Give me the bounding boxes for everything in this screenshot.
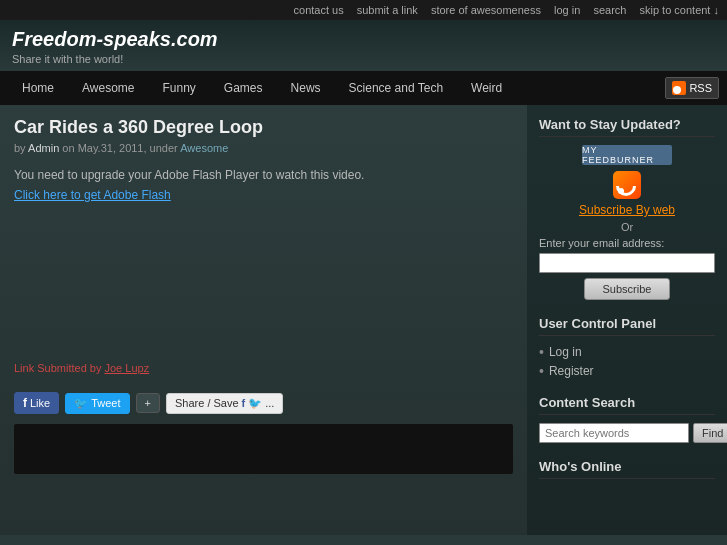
bullet-icon: • (539, 344, 544, 360)
search-link[interactable]: search (593, 4, 626, 16)
nav-news[interactable]: News (277, 71, 335, 105)
user-control-panel-section: User Control Panel • Log in • Register (539, 316, 715, 379)
like-label: Like (30, 397, 50, 409)
stay-updated-title: Want to Stay Updated? (539, 117, 715, 137)
bullet-icon-2: • (539, 363, 544, 379)
twitter-icon: 🐦 (74, 397, 88, 410)
share-bar: f Like 🐦 Tweet + Share / Save f 🐦 ... (14, 384, 513, 414)
post-category-link[interactable]: Awesome (180, 142, 228, 154)
link-submitted-label: Link Submitted by (14, 362, 101, 374)
skip-link[interactable]: skip to content ↓ (640, 4, 720, 16)
rss-label: RSS (689, 82, 712, 94)
nav-games[interactable]: Games (210, 71, 277, 105)
share-save-button[interactable]: Share / Save f 🐦 ... (166, 393, 283, 414)
fb-icon: f (23, 396, 27, 410)
share-save-label: Share / Save (175, 397, 239, 409)
rss-button[interactable]: RSS (665, 77, 719, 99)
subscribe-button[interactable]: Subscribe (584, 278, 671, 300)
ucp-title: User Control Panel (539, 316, 715, 336)
post-meta: by Admin on May.31, 2011, under Awesome (14, 142, 513, 154)
whos-online-title: Who's Online (539, 459, 715, 479)
rss-big-icon (613, 171, 641, 199)
subscribe-web-link[interactable]: Subscribe By web (539, 203, 715, 217)
search-title: Content Search (539, 395, 715, 415)
rss-icon (672, 81, 686, 95)
store-link[interactable]: store of awesomeness (431, 4, 541, 16)
header: Freedom-speaks.com Share it with the wor… (0, 20, 727, 71)
bottom-content-box (14, 424, 513, 474)
main-layout: Car Rides a 360 Degree Loop by Admin on … (0, 105, 727, 535)
post-by: by (14, 142, 26, 154)
nav-weird[interactable]: Weird (457, 71, 516, 105)
flash-notice: You need to upgrade your Adobe Flash Pla… (14, 168, 513, 182)
sidebar: Want to Stay Updated? MY FEEDBURNER Subs… (527, 105, 727, 535)
post-title: Car Rides a 360 Degree Loop (14, 117, 513, 138)
ucp-register-link[interactable]: Register (549, 364, 594, 378)
login-link[interactable]: log in (554, 4, 580, 16)
twitter-tweet-button[interactable]: 🐦 Tweet (65, 393, 129, 414)
email-input[interactable] (539, 253, 715, 273)
flash-link[interactable]: Click here to get Adobe Flash (14, 188, 171, 202)
ucp-login-link[interactable]: Log in (549, 345, 582, 359)
facebook-like-button[interactable]: f Like (14, 392, 59, 414)
ucp-login-item: • Log in (539, 344, 715, 360)
share-ellipsis: ... (265, 397, 274, 409)
nav-home[interactable]: Home (8, 71, 68, 105)
nav-links: Home Awesome Funny Games News Science an… (8, 71, 516, 105)
content-area: Car Rides a 360 Degree Loop by Admin on … (0, 105, 527, 535)
submitter-link[interactable]: Joe Lupz (105, 362, 150, 374)
link-submitted: Link Submitted by Joe Lupz (14, 362, 513, 374)
post-author: Admin (28, 142, 59, 154)
contact-us-link[interactable]: contact us (294, 4, 344, 16)
whos-online-section: Who's Online (539, 459, 715, 479)
submit-link[interactable]: submit a link (357, 4, 418, 16)
stay-updated-section: Want to Stay Updated? MY FEEDBURNER Subs… (539, 117, 715, 300)
plus-button[interactable]: + (136, 393, 160, 413)
post-under: under (150, 142, 178, 154)
post-date: May.31, 2011, (78, 142, 147, 154)
find-button[interactable]: Find it (693, 423, 727, 443)
nav-awesome[interactable]: Awesome (68, 71, 148, 105)
nav-scitech[interactable]: Science and Tech (335, 71, 458, 105)
ucp-register-item: • Register (539, 363, 715, 379)
or-text: Or (539, 221, 715, 233)
top-bar: contact us submit a link store of awesom… (0, 0, 727, 20)
email-address-label: Enter your email address: (539, 237, 715, 249)
site-title: Freedom-speaks.com (12, 28, 715, 51)
feedburner-badge: MY FEEDBURNER (582, 145, 672, 165)
nav-funny[interactable]: Funny (149, 71, 210, 105)
content-search-section: Content Search Find it (539, 395, 715, 443)
plus-icon: + (145, 397, 151, 409)
nav: Home Awesome Funny Games News Science an… (0, 71, 727, 105)
tw-share-icon: 🐦 (248, 397, 262, 410)
site-tagline: Share it with the world! (12, 53, 715, 65)
search-row: Find it (539, 423, 715, 443)
tweet-label: Tweet (91, 397, 120, 409)
fb-share-icon: f (242, 397, 246, 409)
post-on: on (62, 142, 74, 154)
search-input[interactable] (539, 423, 689, 443)
